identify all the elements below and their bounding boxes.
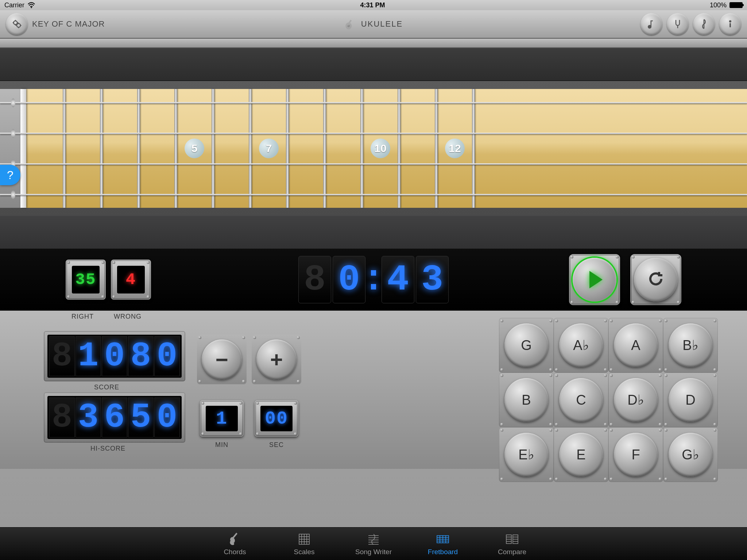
- note-g-flat[interactable]: G♭: [669, 433, 712, 477]
- right-label: RIGHT: [71, 313, 94, 320]
- status-bar: Carrier 4:31 PM 100%: [0, 0, 747, 10]
- fretboard[interactable]: 5 7 10 12: [0, 89, 747, 208]
- sub-toolbar: [0, 39, 747, 48]
- help-button[interactable]: ?: [0, 165, 20, 185]
- fretboard-icon: [436, 532, 450, 547]
- minus-panel: −: [197, 335, 247, 384]
- note-d-flat[interactable]: D♭: [614, 378, 658, 422]
- clef-icon: [366, 532, 381, 547]
- plus-panel: +: [252, 335, 301, 384]
- wrong-count-frame: 4: [111, 260, 151, 300]
- svg-point-7: [729, 21, 731, 22]
- grid-icon: [297, 532, 311, 547]
- settings-button[interactable]: [6, 13, 28, 35]
- reset-button[interactable]: [634, 258, 678, 302]
- min-frame: 1: [200, 400, 244, 437]
- note-f[interactable]: F: [614, 433, 658, 477]
- tuning-fork-button[interactable]: [667, 13, 689, 35]
- note-grid: G A♭ A B♭ B C D♭ D E♭ E F G♭: [499, 318, 718, 482]
- play-button[interactable]: [573, 258, 616, 302]
- score-display: 81080: [44, 331, 185, 381]
- note-a-flat[interactable]: A♭: [559, 323, 603, 367]
- fret-marker-12: 12: [445, 139, 465, 158]
- timer-row: 35 4 8 0 : 4 3: [0, 249, 747, 311]
- hiscore-display: 83650: [44, 392, 185, 443]
- status-time: 4:31 PM: [360, 1, 385, 9]
- timer-display: 8 0 : 4 3: [298, 256, 449, 303]
- treble-clef-button[interactable]: [693, 13, 715, 35]
- minus-button[interactable]: −: [202, 339, 242, 380]
- fretboard-area[interactable]: 5 7 10 12 ?: [0, 81, 747, 216]
- timer-d3: 4: [382, 256, 414, 303]
- score-label: SCORE: [94, 384, 119, 391]
- note-d[interactable]: D: [669, 378, 712, 422]
- tab-songwriter[interactable]: Song Writer: [339, 532, 408, 556]
- svg-point-2: [17, 24, 20, 27]
- timer-d4: 3: [416, 256, 449, 303]
- tab-compare[interactable]: Compare: [477, 532, 547, 556]
- info-button[interactable]: [719, 13, 741, 35]
- timer-d2: 0: [333, 256, 365, 303]
- bottom-panel: RIGHT WRONG 81080 SCORE 83650 HI-SCORE −…: [0, 311, 747, 469]
- tab-bar: Chords Scales Song Writer Fretboard Comp…: [0, 527, 747, 560]
- min-value: 1: [216, 408, 228, 429]
- guitar-icon: [228, 532, 242, 547]
- sec-frame: 00: [255, 400, 298, 437]
- fret-marker-7: 7: [259, 139, 279, 158]
- plus-button[interactable]: +: [256, 339, 297, 380]
- reset-frame: [630, 254, 681, 305]
- note-c[interactable]: C: [559, 378, 603, 422]
- right-count-frame: 35: [66, 260, 106, 300]
- note-a[interactable]: A: [614, 323, 658, 367]
- tab-scales[interactable]: Scales: [270, 532, 339, 556]
- carrier-label: Carrier: [4, 1, 24, 9]
- wrong-label: WRONG: [114, 313, 142, 320]
- note-e[interactable]: E: [559, 433, 603, 477]
- reset-icon: [647, 270, 665, 289]
- note-e-flat[interactable]: E♭: [504, 433, 548, 477]
- upper-dark-strip: [0, 48, 747, 81]
- play-icon: [589, 271, 603, 288]
- fret-marker-5: 5: [185, 139, 204, 158]
- min-label: MIN: [215, 441, 228, 449]
- svg-point-1: [13, 21, 17, 24]
- wifi-icon: [27, 2, 35, 8]
- compare-icon: [505, 532, 519, 547]
- timer-d1: 8: [298, 256, 331, 303]
- tab-chords[interactable]: Chords: [200, 532, 270, 556]
- nut: [20, 89, 26, 208]
- wrong-count: 4: [126, 271, 136, 289]
- instrument-label: UKULELE: [361, 19, 403, 29]
- battery-percent: 100%: [710, 1, 727, 9]
- headstock: [0, 89, 20, 208]
- note-b[interactable]: B: [504, 378, 548, 422]
- battery-icon: [729, 2, 743, 8]
- hiscore-label: HI-SCORE: [90, 445, 125, 452]
- tab-fretboard[interactable]: Fretboard: [408, 532, 477, 556]
- play-frame: [569, 254, 620, 305]
- fret-marker-10: 10: [371, 139, 390, 158]
- toolbar: KEY OF C MAJOR UKULELE: [0, 10, 747, 39]
- svg-point-0: [31, 7, 32, 8]
- notes-button[interactable]: [640, 13, 662, 35]
- note-g[interactable]: G: [504, 323, 548, 367]
- sec-label: SEC: [269, 441, 284, 449]
- mid-dark-strip: [0, 216, 747, 249]
- right-count: 35: [76, 271, 96, 289]
- ukulele-icon: [344, 18, 357, 30]
- key-label: KEY OF C MAJOR: [32, 19, 105, 29]
- sec-value: 00: [265, 408, 288, 429]
- note-b-flat[interactable]: B♭: [669, 323, 712, 367]
